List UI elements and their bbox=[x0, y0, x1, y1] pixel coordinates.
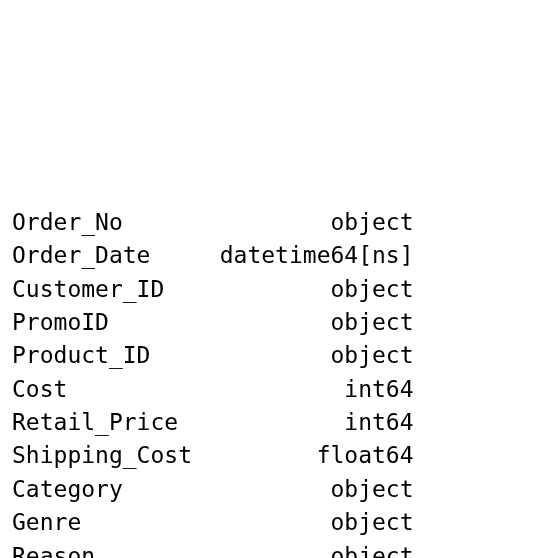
column-name: Product_ID bbox=[12, 339, 220, 372]
column-dtype: object bbox=[220, 339, 414, 372]
column-dtype: object bbox=[220, 540, 414, 559]
column-dtype: object bbox=[220, 273, 414, 306]
column-dtype: object bbox=[220, 473, 414, 506]
dtype-row: Reasonobject bbox=[12, 540, 536, 559]
column-name: Cost bbox=[12, 373, 220, 406]
dtype-row: Customer_IDobject bbox=[12, 273, 536, 306]
dtype-row: Order_Datedatetime64[ns] bbox=[12, 239, 536, 272]
column-name: Retail_Price bbox=[12, 406, 220, 439]
column-name: Category bbox=[12, 473, 220, 506]
column-dtype: int64 bbox=[220, 406, 414, 439]
column-name: PromoID bbox=[12, 306, 220, 339]
column-dtype: object bbox=[220, 306, 414, 339]
column-name: Reason bbox=[12, 540, 220, 559]
column-name: Customer_ID bbox=[12, 273, 220, 306]
column-name: Order_No bbox=[12, 206, 220, 239]
dtype-row: Genreobject bbox=[12, 506, 536, 539]
dtype-row: Order_Noobject bbox=[12, 206, 536, 239]
column-name: Genre bbox=[12, 506, 220, 539]
dtype-row: PromoIDobject bbox=[12, 306, 536, 339]
column-dtype: datetime64[ns] bbox=[220, 239, 414, 272]
column-dtype: object bbox=[220, 506, 414, 539]
dtype-row: Retail_Priceint64 bbox=[12, 406, 536, 439]
dtype-row: Categoryobject bbox=[12, 473, 536, 506]
dtypes-output: Order_NoobjectOrder_Datedatetime64[ns]Cu… bbox=[12, 139, 536, 558]
column-dtype: float64 bbox=[220, 439, 414, 472]
column-dtype: object bbox=[220, 206, 414, 239]
column-name: Shipping_Cost bbox=[12, 439, 220, 472]
column-name: Order_Date bbox=[12, 239, 220, 272]
dtype-row: Product_IDobject bbox=[12, 339, 536, 372]
column-dtype: int64 bbox=[220, 373, 414, 406]
dtype-row: Shipping_Costfloat64 bbox=[12, 439, 536, 472]
dtype-row: Costint64 bbox=[12, 373, 536, 406]
